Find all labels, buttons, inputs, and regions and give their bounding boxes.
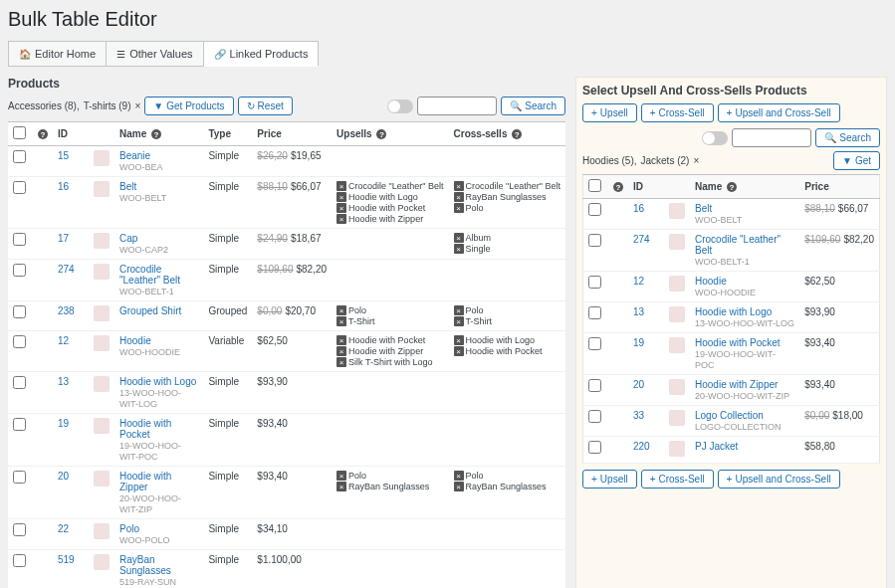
linked-product-pill[interactable]: ×Crocodile "Leather" Belt xyxy=(454,181,560,191)
linked-product-pill[interactable]: ×Hoodie with Pocket xyxy=(336,335,443,345)
product-id-link[interactable]: 220 xyxy=(633,441,650,452)
product-name-link[interactable]: Cap xyxy=(119,233,137,244)
search-input[interactable] xyxy=(417,97,497,115)
close-icon[interactable]: × xyxy=(693,155,699,166)
remove-icon[interactable]: × xyxy=(336,335,346,345)
product-name-link[interactable]: PJ Jacket xyxy=(695,441,738,452)
remove-icon[interactable]: × xyxy=(336,357,346,367)
upsell-button[interactable]: +Upsell xyxy=(582,103,637,122)
right-category-filters[interactable]: Hoodies (5), Jackets (2) × xyxy=(582,155,699,166)
upsell-button-bottom[interactable]: +Upsell xyxy=(582,470,637,489)
product-id-link[interactable]: 22 xyxy=(58,523,69,534)
remove-icon[interactable]: × xyxy=(454,346,464,356)
row-checkbox[interactable] xyxy=(13,335,26,348)
product-name-link[interactable]: Hoodie with Logo xyxy=(695,306,772,317)
row-checkbox[interactable] xyxy=(13,554,26,567)
remove-icon[interactable]: × xyxy=(336,203,346,213)
col-upsells[interactable]: Upsells ? xyxy=(332,122,448,146)
col-crosssells[interactable]: Cross-sells ? xyxy=(449,122,565,146)
info-icon[interactable]: ? xyxy=(727,182,737,192)
product-id-link[interactable]: 274 xyxy=(633,234,650,245)
linked-product-pill[interactable]: ×RayBan Sunglasses xyxy=(454,192,560,202)
upsell-cross-button-bottom[interactable]: +Upsell and Cross-Sell xyxy=(718,470,840,489)
get-products-button[interactable]: ▼Get Products xyxy=(144,97,233,115)
linked-product-pill[interactable]: ×Hoodie with Pocket xyxy=(454,346,560,356)
col-name[interactable]: Name ? xyxy=(114,122,203,146)
product-id-link[interactable]: 19 xyxy=(58,418,69,429)
row-checkbox[interactable] xyxy=(588,337,601,350)
col-price[interactable]: Price xyxy=(252,122,332,146)
info-icon[interactable]: ? xyxy=(38,129,48,139)
select-all-checkbox[interactable] xyxy=(13,126,26,139)
remove-icon[interactable]: × xyxy=(336,214,346,224)
linked-product-pill[interactable]: ×Polo xyxy=(454,203,560,213)
product-id-link[interactable]: 274 xyxy=(58,264,75,275)
product-id-link[interactable]: 15 xyxy=(58,150,69,161)
row-checkbox[interactable] xyxy=(588,276,601,289)
remove-icon[interactable]: × xyxy=(454,244,464,254)
cross-sell-button[interactable]: +Cross-Sell xyxy=(641,103,714,122)
remove-icon[interactable]: × xyxy=(454,233,464,243)
linked-product-pill[interactable]: ×T-Shirt xyxy=(454,316,560,326)
get-button-right[interactable]: ▼Get xyxy=(833,151,880,170)
linked-product-pill[interactable]: ×Silk T-Shirt with Logo xyxy=(336,357,443,367)
product-name-link[interactable]: Beanie xyxy=(119,150,150,161)
remove-icon[interactable]: × xyxy=(454,482,464,491)
linked-product-pill[interactable]: ×RayBan Sunglasses xyxy=(336,482,443,491)
linked-product-pill[interactable]: ×T-Shirt xyxy=(336,316,443,326)
product-name-link[interactable]: Hoodie with Logo xyxy=(119,376,196,387)
col-type[interactable]: Type xyxy=(203,122,252,146)
linked-product-pill[interactable]: ×Hoodie with Logo xyxy=(336,192,443,202)
linked-product-pill[interactable]: ×Hoodie with Pocket xyxy=(336,203,443,213)
remove-icon[interactable]: × xyxy=(336,181,346,191)
row-checkbox[interactable] xyxy=(13,181,26,194)
product-name-link[interactable]: Hoodie xyxy=(119,335,151,346)
category-filters[interactable]: Accessories (8), T-shirts (9) × xyxy=(8,100,140,111)
info-icon[interactable]: ? xyxy=(376,129,386,139)
product-id-link[interactable]: 16 xyxy=(58,181,69,192)
col-price[interactable]: Price xyxy=(799,175,879,199)
search-button[interactable]: 🔍Search xyxy=(501,97,565,115)
row-checkbox[interactable] xyxy=(13,376,26,389)
upsell-cross-button[interactable]: +Upsell and Cross-Sell xyxy=(718,103,840,122)
linked-product-pill[interactable]: ×Polo xyxy=(454,471,560,481)
reset-button[interactable]: ↻Reset xyxy=(238,97,293,115)
product-id-link[interactable]: 16 xyxy=(633,203,644,214)
info-icon[interactable]: ? xyxy=(613,182,623,192)
linked-product-pill[interactable]: ×Album xyxy=(454,233,560,243)
linked-product-pill[interactable]: ×Hoodie with Zipper xyxy=(336,214,443,224)
row-checkbox[interactable] xyxy=(588,379,601,392)
linked-product-pill[interactable]: ×Polo xyxy=(336,305,443,315)
tab-linked-products[interactable]: 🔗Linked Products xyxy=(204,41,320,67)
product-id-link[interactable]: 17 xyxy=(58,233,69,244)
row-checkbox[interactable] xyxy=(13,150,26,163)
tab-other-values[interactable]: ☰Other Values xyxy=(107,41,203,67)
linked-product-pill[interactable]: ×Hoodie with Logo xyxy=(454,335,560,345)
product-id-link[interactable]: 33 xyxy=(633,410,644,421)
info-icon[interactable]: ? xyxy=(512,129,522,139)
linked-product-pill[interactable]: ×Polo xyxy=(454,305,560,315)
product-name-link[interactable]: Hoodie with Zipper xyxy=(119,471,171,492)
product-name-link[interactable]: Hoodie with Pocket xyxy=(119,418,171,440)
toggle-switch-right[interactable] xyxy=(702,131,728,145)
linked-product-pill[interactable]: ×RayBan Sunglasses xyxy=(454,482,560,491)
product-name-link[interactable]: Hoodie xyxy=(695,276,727,287)
product-name-link[interactable]: Grouped Shirt xyxy=(119,305,181,316)
product-id-link[interactable]: 12 xyxy=(633,276,644,287)
select-all-right-checkbox[interactable] xyxy=(588,179,601,192)
linked-product-pill[interactable]: ×Crocodile "Leather" Belt xyxy=(336,181,443,191)
remove-icon[interactable]: × xyxy=(454,203,464,213)
remove-icon[interactable]: × xyxy=(454,471,464,481)
remove-icon[interactable]: × xyxy=(454,305,464,315)
remove-icon[interactable]: × xyxy=(336,192,346,202)
toggle-switch[interactable] xyxy=(387,99,413,113)
product-name-link[interactable]: Belt xyxy=(119,181,136,192)
product-name-link[interactable]: Hoodie with Zipper xyxy=(695,379,778,390)
product-id-link[interactable]: 13 xyxy=(58,376,69,387)
row-checkbox[interactable] xyxy=(588,234,601,247)
product-name-link[interactable]: Hoodie with Pocket xyxy=(695,337,781,348)
row-checkbox[interactable] xyxy=(13,264,26,277)
product-name-link[interactable]: RayBan Sunglasses xyxy=(119,554,171,576)
row-checkbox[interactable] xyxy=(13,523,26,536)
col-name[interactable]: Name ? xyxy=(690,175,799,199)
